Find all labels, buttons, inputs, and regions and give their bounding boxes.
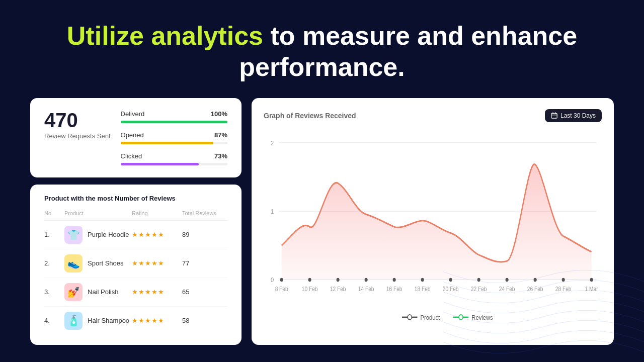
svg-text:22 Feb: 22 Feb <box>471 286 487 292</box>
metric-opened-pct: 87% <box>214 131 227 139</box>
stats-left: 470 Review Requests Sent <box>44 110 111 140</box>
metrics-list: Deliverd 100% Opened 87% <box>121 110 227 165</box>
svg-text:Product: Product <box>421 314 440 321</box>
svg-point-35 <box>459 315 463 320</box>
svg-point-11 <box>393 278 396 282</box>
svg-text:Reviews: Reviews <box>471 314 493 321</box>
metric-clicked: Clicked 73% <box>121 152 227 165</box>
svg-rect-0 <box>551 114 557 119</box>
table-header: No. Product Rating Total Reviews <box>44 210 227 221</box>
stars-4: ★★★★★ <box>132 317 182 324</box>
product-icon-3: 💅 <box>64 283 83 301</box>
svg-point-14 <box>477 278 480 282</box>
svg-text:8 Feb: 8 Feb <box>275 286 288 292</box>
product-name-2: Sport Shoes <box>88 259 124 267</box>
product-icon-4: 🧴 <box>64 312 83 330</box>
products-title: Product with the most Number of Reviews <box>44 195 227 202</box>
svg-text:1: 1 <box>271 208 274 215</box>
progress-bar-delivered <box>121 121 227 123</box>
svg-text:0: 0 <box>271 276 274 284</box>
svg-point-15 <box>506 278 509 282</box>
metric-opened: Opened 87% <box>121 131 227 144</box>
graph-area: 2 1 0 <box>264 130 602 336</box>
svg-text:20 Feb: 20 Feb <box>443 286 459 292</box>
svg-text:26 Feb: 26 Feb <box>527 286 543 292</box>
stars-2: ★★★★★ <box>132 259 182 267</box>
dashboard-row: 470 Review Requests Sent Deliverd 100% <box>0 98 644 345</box>
reviews-3: 65 <box>182 288 227 296</box>
table-row: 3. 💅 Nail Polish ★★★★★ 65 <box>44 278 227 307</box>
graph-svg: 2 1 0 <box>264 130 602 336</box>
date-filter-label: Last 30 Days <box>560 112 596 119</box>
svg-text:28 Feb: 28 Feb <box>555 286 572 292</box>
svg-point-16 <box>534 278 537 282</box>
date-filter-button[interactable]: Last 30 Days <box>545 109 602 122</box>
product-name-4: Hair Shampoo <box>88 317 129 324</box>
hero-rest: to measure and enhance performance. <box>239 21 577 81</box>
stars-3: ★★★★★ <box>132 288 182 296</box>
row-num-4: 4. <box>44 317 64 324</box>
svg-text:18 Feb: 18 Feb <box>415 286 431 292</box>
graph-card: Graph of Reviews Received Last 30 Days 2… <box>252 98 614 345</box>
product-name-3: Nail Polish <box>88 288 118 296</box>
svg-text:10 Feb: 10 Feb <box>302 286 318 292</box>
metric-clicked-pct: 73% <box>214 152 227 160</box>
product-icon-2: 👟 <box>64 254 83 273</box>
stars-1: ★★★★★ <box>132 231 182 238</box>
svg-text:24 Feb: 24 Feb <box>499 286 515 292</box>
stats-card: 470 Review Requests Sent Deliverd 100% <box>30 98 242 177</box>
table-row: 4. 🧴 Hair Shampoo ★★★★★ 58 <box>44 307 227 335</box>
svg-point-10 <box>365 278 368 282</box>
svg-text:14 Feb: 14 Feb <box>358 286 374 292</box>
col-no: No. <box>44 210 64 216</box>
svg-point-12 <box>421 278 424 282</box>
calendar-icon <box>551 112 557 119</box>
svg-text:2: 2 <box>271 139 274 147</box>
svg-point-32 <box>408 315 412 320</box>
svg-point-17 <box>562 278 565 282</box>
hero-section: Utilize analytics to measure and enhance… <box>0 0 644 98</box>
row-num-2: 2. <box>44 259 64 267</box>
hero-highlight: Utilize analytics <box>67 21 263 50</box>
product-cell-4: 🧴 Hair Shampoo <box>64 312 132 330</box>
progress-bar-clicked <box>121 163 227 165</box>
reviews-4: 58 <box>182 317 227 324</box>
metric-delivered-name: Deliverd <box>121 110 145 118</box>
svg-point-9 <box>337 278 340 282</box>
product-name-1: Purple Hoodie <box>88 231 129 238</box>
progress-fill-clicked <box>121 163 199 165</box>
svg-point-7 <box>280 278 283 282</box>
review-label: Review Requests Sent <box>44 132 111 140</box>
reviews-2: 77 <box>182 259 227 267</box>
product-cell-1: 👕 Purple Hoodie <box>64 226 132 244</box>
svg-text:16 Feb: 16 Feb <box>386 286 403 292</box>
metric-opened-name: Opened <box>121 131 144 139</box>
row-num-1: 1. <box>44 231 64 238</box>
metric-delivered-pct: 100% <box>211 110 227 118</box>
table-row: 2. 👟 Sport Shoes ★★★★★ 77 <box>44 249 227 278</box>
graph-header: Graph of Reviews Received Last 30 Days <box>264 109 602 122</box>
row-num-3: 3. <box>44 288 64 296</box>
table-row: 1. 👕 Purple Hoodie ★★★★★ 89 <box>44 221 227 249</box>
svg-text:1 Mar: 1 Mar <box>585 286 598 292</box>
progress-fill-delivered <box>121 121 227 123</box>
metric-delivered: Deliverd 100% <box>121 110 227 123</box>
progress-bar-opened <box>121 142 227 144</box>
progress-fill-opened <box>121 142 214 144</box>
graph-title: Graph of Reviews Received <box>264 112 356 120</box>
col-rating: Rating <box>132 210 182 216</box>
review-count: 470 <box>44 110 111 130</box>
col-product: Product <box>64 210 132 216</box>
product-cell-3: 💅 Nail Polish <box>64 283 132 301</box>
left-panel: 470 Review Requests Sent Deliverd 100% <box>30 98 242 345</box>
svg-point-13 <box>449 278 452 282</box>
svg-point-8 <box>308 278 311 282</box>
metric-clicked-name: Clicked <box>121 152 142 160</box>
product-cell-2: 👟 Sport Shoes <box>64 254 132 273</box>
svg-text:12 Feb: 12 Feb <box>330 286 346 292</box>
svg-point-18 <box>590 278 593 282</box>
reviews-1: 89 <box>182 231 227 238</box>
col-reviews: Total Reviews <box>182 210 227 216</box>
products-card: Product with the most Number of Reviews … <box>30 185 242 345</box>
product-icon-1: 👕 <box>64 226 83 244</box>
